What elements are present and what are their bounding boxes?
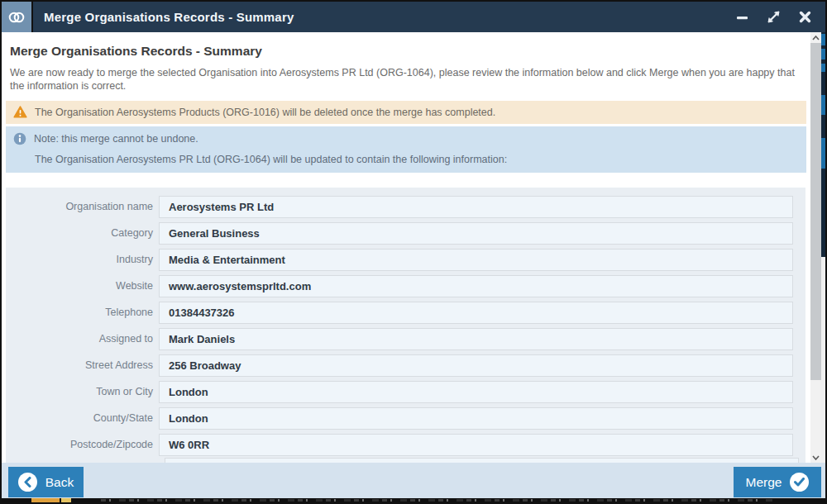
field-value: Media & Entertainment [159,249,793,271]
info-icon [13,132,26,145]
vertical-scrollbar[interactable] [810,32,821,463]
background-page-panel [821,32,825,257]
field-value: Mark Daniels [159,328,793,350]
field-row: Town or City London [6,378,805,405]
background-page-bottom-edge [2,498,825,502]
window-controls [734,10,812,25]
check-icon [790,473,809,492]
field-row: Telephone 01384437326 [6,299,805,326]
info-update-text: The Organisation Aerosystems PR Ltd (ORG… [35,154,507,165]
maximize-button[interactable] [766,10,781,25]
field-label: Category [6,227,159,239]
field-row: Website www.aerosystemsprltd.com [6,273,805,299]
field-row: Industry Media & Entertainment [6,246,805,273]
scrollbar-thumb[interactable] [810,43,821,380]
field-row: Street Address 256 Broadway [6,352,805,378]
merge-button[interactable]: Merge [734,467,821,497]
field-row: Postcode/Zipcode W6 0RR [6,431,805,458]
page-description: We are now ready to merge the selected O… [10,66,797,93]
field-label: Assigned to [6,333,159,345]
warning-text: The Organisation Aerosystems Products (O… [35,107,495,118]
scroll-up-arrow-icon[interactable] [810,32,821,43]
field-label: Telephone [6,307,159,318]
field-value: www.aerosystemsprltd.com [159,275,793,297]
back-button-label: Back [45,475,74,490]
merge-button-label: Merge [746,475,782,490]
dialog-footer: Back Merge [2,463,825,498]
field-label: Industry [6,254,159,265]
back-button[interactable]: Back [8,467,84,497]
merge-icon [2,2,33,32]
merge-dialog-window: Merge Organisations Records - Summary [0,0,827,504]
field-value: 256 Broadway [159,354,793,377]
dialog-title: Merge Organisations Records - Summary [44,10,734,24]
fields-form: Organisation name Aerosystems PR Ltd Cat… [6,188,805,463]
close-button[interactable] [797,10,812,25]
field-label: County/State [6,412,159,424]
field-value: Aerosystems PR Ltd [159,196,793,218]
field-label: Organisation name [6,201,159,212]
warning-message-bar: The Organisation Aerosystems Products (O… [6,101,806,124]
info-message-bar: Note: this merge cannot be undone. The O… [6,126,806,173]
field-label: Street Address [6,359,159,371]
field-row: Category General Business [6,220,805,246]
field-label: Website [6,280,159,292]
field-row: Organisation name Aerosystems PR Ltd [6,193,805,220]
dialog-body: Merge Organisations Records - Summary We… [2,32,810,463]
field-value: 01384437326 [159,302,793,324]
field-value: W6 0RR [159,434,793,456]
info-note-text: Note: this merge cannot be undone. [34,133,198,145]
warning-icon [13,106,27,118]
scroll-down-arrow-icon[interactable] [810,452,821,463]
minimize-button[interactable] [734,10,749,25]
info-note-line: Note: this merge cannot be undone. [6,132,198,145]
field-value: London [159,407,793,430]
field-label: Postcode/Zipcode [6,439,159,450]
field-row: County/State London [6,405,805,431]
page-title: Merge Organisations Records - Summary [10,44,802,59]
fields-rows: Organisation name Aerosystems PR Ltd Cat… [6,188,805,458]
dialog-titlebar: Merge Organisations Records - Summary [2,2,825,32]
field-value: London [159,381,793,403]
field-label: Town or City [6,386,159,397]
chevron-left-icon [18,473,37,492]
field-value: General Business [159,222,793,245]
field-row: Assigned to Mark Daniels [6,326,805,352]
background-page-right-edge [821,32,825,463]
